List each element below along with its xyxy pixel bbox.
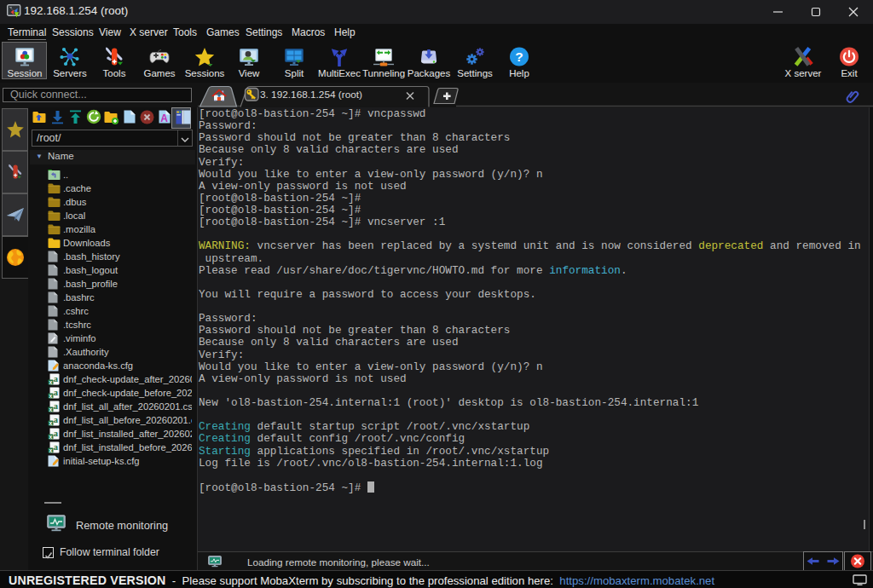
svg-text:a: a — [54, 401, 59, 411]
svg-text:x: x — [49, 420, 53, 426]
svg-text:a: a — [54, 415, 59, 424]
svg-text:?: ? — [515, 49, 523, 64]
svg-text:x: x — [49, 447, 53, 453]
svg-text:x: x — [49, 393, 53, 399]
svg-text:x: x — [49, 379, 53, 385]
svg-text:x: x — [49, 406, 53, 412]
svg-text:a: a — [54, 388, 59, 397]
svg-text:a: a — [54, 374, 59, 383]
svg-text:a: a — [54, 429, 59, 438]
svg-text:x: x — [49, 434, 53, 440]
svg-text:A: A — [160, 112, 168, 124]
svg-text:a: a — [54, 442, 59, 452]
